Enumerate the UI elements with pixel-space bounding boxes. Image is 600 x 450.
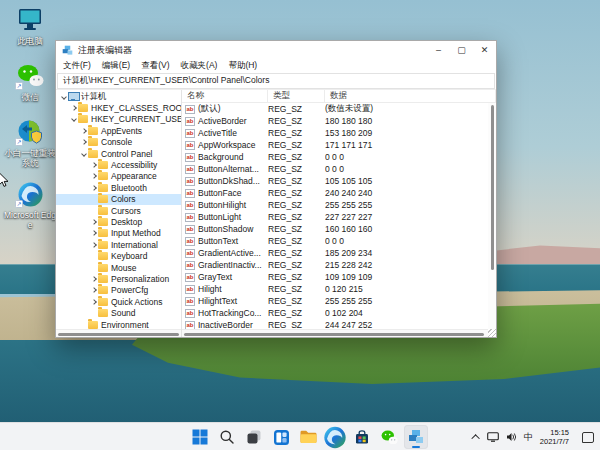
notification-center-icon[interactable] [582, 432, 594, 443]
chevron-down-icon[interactable] [79, 152, 88, 156]
value-row-[interactable]: ab(默认)REG_SZ(数值未设置) [182, 103, 496, 115]
value-data: 0 0 0 [325, 152, 496, 162]
taskbar-store-icon[interactable] [350, 425, 374, 449]
chevron-right-icon[interactable] [89, 243, 98, 247]
folder-icon [98, 218, 111, 226]
column-header-2[interactable]: 数据 [325, 90, 496, 102]
value-type: REG_SZ [268, 188, 325, 198]
vertical-scrollbar[interactable] [488, 103, 496, 329]
value-row-appworkspace[interactable]: abAppWorkspaceREG_SZ171 171 171 [182, 139, 496, 151]
column-header-0[interactable]: 名称 [182, 90, 268, 102]
value-type: REG_SZ [268, 272, 325, 282]
tree-item-desktop[interactable]: Desktop [56, 216, 181, 227]
value-row-hottrackingco[interactable]: abHotTrackingCo...REG_SZ0 102 204 [182, 307, 496, 319]
menu-item-3[interactable]: 收藏夹(A) [181, 60, 218, 72]
volume-icon[interactable] [506, 432, 517, 442]
tree-item-powercfg[interactable]: PowerCfg [56, 285, 181, 296]
ime-indicator[interactable]: 中 [524, 431, 533, 444]
chevron-right-icon[interactable] [89, 174, 98, 178]
value-row-hilighttext[interactable]: abHilightTextREG_SZ255 255 255 [182, 295, 496, 307]
maximize-button[interactable]: ▢ [450, 41, 473, 59]
value-row-buttondkshad[interactable]: abButtonDkShad...REG_SZ105 105 105 [182, 175, 496, 187]
tree-item-计算机[interactable]: 计算机 [56, 91, 181, 102]
chevron-right-icon[interactable] [69, 106, 78, 110]
titlebar[interactable]: 注册表编辑器 – ▢ ✕ [56, 41, 496, 59]
taskbar-widgets-icon[interactable] [269, 425, 293, 449]
tree-item-keyboard[interactable]: Keyboard [56, 250, 181, 261]
taskbar-wechat-icon[interactable] [377, 425, 401, 449]
tree-item-cursors[interactable]: Cursors [56, 205, 181, 216]
tree-item-appearance[interactable]: Appearance [56, 171, 181, 182]
tree-item-console[interactable]: Console [56, 137, 181, 148]
menu-item-1[interactable]: 编辑(E) [102, 60, 130, 72]
tree-item-label: Keyboard [111, 251, 147, 261]
taskbar-edge-icon[interactable] [323, 425, 347, 449]
wechat-icon: ↗ [15, 62, 45, 90]
chevron-right-icon[interactable] [79, 140, 88, 144]
value-row-buttonface[interactable]: abButtonFaceREG_SZ240 240 240 [182, 187, 496, 199]
column-header-1[interactable]: 类型 [268, 90, 325, 102]
menu-item-0[interactable]: 文件(F) [63, 60, 91, 72]
value-row-buttontext[interactable]: abButtonTextREG_SZ0 0 0 [182, 235, 496, 247]
tree-item-quick-actions[interactable]: Quick Actions [56, 296, 181, 307]
network-icon[interactable] [487, 432, 499, 442]
tree-horizontal-scrollbar[interactable] [56, 329, 181, 337]
resize-grip[interactable] [488, 329, 496, 337]
tree-item-sound[interactable]: Sound [56, 307, 181, 318]
taskbar-search-icon[interactable] [215, 425, 239, 449]
value-row-activeborder[interactable]: abActiveBorderREG_SZ180 180 180 [182, 115, 496, 127]
list-horizontal-scrollbar[interactable] [182, 329, 488, 337]
value-type: REG_SZ [268, 104, 325, 114]
chevron-right-icon[interactable] [79, 129, 88, 133]
desktop-icon-edge[interactable]: ↗Microsoft Edge [2, 180, 58, 230]
tree-item-international[interactable]: International [56, 239, 181, 250]
menu-item-2[interactable]: 查看(V) [141, 60, 169, 72]
chevron-right-icon[interactable] [89, 300, 98, 304]
value-row-hilight[interactable]: abHilightREG_SZ0 120 215 [182, 283, 496, 295]
tree-item-personalization[interactable]: Personalization [56, 273, 181, 284]
chevron-down-icon[interactable] [69, 117, 78, 121]
value-data: 255 255 255 [325, 296, 496, 306]
tree-item-bluetooth[interactable]: Bluetooth [56, 182, 181, 193]
tree-item-accessibility[interactable]: Accessibility [56, 159, 181, 170]
value-row-buttonlight[interactable]: abButtonLightREG_SZ227 227 227 [182, 211, 496, 223]
tree-item-mouse[interactable]: Mouse [56, 262, 181, 273]
chevron-right-icon[interactable] [89, 220, 98, 224]
close-button[interactable]: ✕ [473, 41, 496, 59]
taskbar-file-explorer-icon[interactable] [296, 425, 320, 449]
menu-item-4[interactable]: 帮助(H) [228, 60, 257, 72]
tree-item-colors[interactable]: Colors [56, 194, 181, 205]
desktop-icon-this-pc[interactable]: 此电脑 [2, 6, 58, 46]
tree-item-appevents[interactable]: AppEvents [56, 125, 181, 136]
tree-item-hkey-classes-root[interactable]: HKEY_CLASSES_ROOT [56, 102, 181, 113]
desktop-icon-xiaobai[interactable]: ↗小白一键重装系统 [2, 118, 58, 168]
value-type: REG_SZ [268, 152, 325, 162]
tree-item-hkey-current-user[interactable]: HKEY_CURRENT_USER [56, 114, 181, 125]
clock[interactable]: 15:15 2021/7/7 [540, 428, 569, 446]
chevron-right-icon[interactable] [89, 288, 98, 292]
chevron-right-icon[interactable] [89, 231, 98, 235]
chevron-down-icon[interactable] [59, 95, 68, 99]
tree-item-input-method[interactable]: Input Method [56, 228, 181, 239]
value-row-gradientactive[interactable]: abGradientActive...REG_SZ185 209 234 [182, 247, 496, 259]
taskbar-regedit-icon[interactable] [404, 425, 428, 449]
chevron-right-icon[interactable] [89, 163, 98, 167]
tray-overflow-chevron-icon[interactable] [471, 434, 479, 442]
minimize-button[interactable]: – [427, 41, 450, 59]
tree-item-control-panel[interactable]: Control Panel [56, 148, 181, 159]
taskbar-start-icon[interactable] [188, 425, 212, 449]
value-row-graytext[interactable]: abGrayTextREG_SZ109 109 109 [182, 271, 496, 283]
tree-item-label: Sound [111, 308, 136, 318]
folder-icon [98, 264, 111, 272]
chevron-right-icon[interactable] [89, 186, 98, 190]
chevron-right-icon[interactable] [89, 277, 98, 281]
desktop-icon-wechat[interactable]: ↗微信 [2, 62, 58, 102]
value-row-activetitle[interactable]: abActiveTitleREG_SZ153 180 209 [182, 127, 496, 139]
value-row-gradientinactiv[interactable]: abGradientInactiv...REG_SZ215 228 242 [182, 259, 496, 271]
value-row-buttonalternat[interactable]: abButtonAlternat...REG_SZ0 0 0 [182, 163, 496, 175]
taskbar-task-view-icon[interactable] [242, 425, 266, 449]
value-row-background[interactable]: abBackgroundREG_SZ0 0 0 [182, 151, 496, 163]
address-bar[interactable]: 计算机\HKEY_CURRENT_USER\Control Panel\Colo… [57, 73, 495, 89]
value-row-buttonhilight[interactable]: abButtonHilightREG_SZ255 255 255 [182, 199, 496, 211]
value-row-buttonshadow[interactable]: abButtonShadowREG_SZ160 160 160 [182, 223, 496, 235]
